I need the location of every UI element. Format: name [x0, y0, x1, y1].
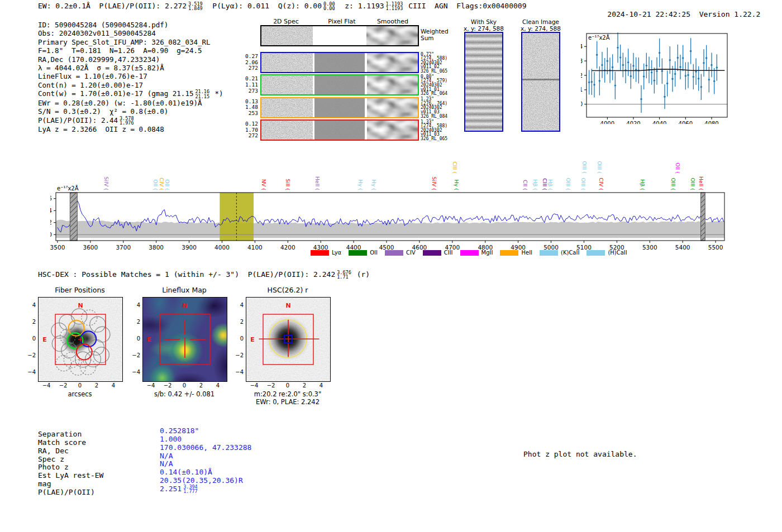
- cutout-ytick: 2: [25, 319, 36, 325]
- match-row-value-7: 2.2513.3941.777: [160, 485, 199, 494]
- cutout-image-hsc_cutout: NE: [246, 297, 331, 382]
- line-label-Hβ-21: Hβ (: [640, 179, 646, 190]
- legend-swatch-CIV: [385, 250, 403, 256]
- line-label-OII-3: OII (: [164, 179, 170, 190]
- cutout-title-lineflux_map: Lineflux Map: [137, 286, 232, 294]
- spectrum-legend: LyαOIICIVCIIIMgIIHeII(K)CaII(H)CaII: [311, 250, 627, 256]
- spec2d-strip-blob: [366, 26, 418, 45]
- summary-line-2: Primary Spec_Slot_IFU_AMP: 326_082_034_R…: [38, 38, 223, 46]
- line-label-SiIV-9: SiIV (: [431, 176, 437, 190]
- spec2d-row-0-right-label: 0.72"(274, 588)20240302v011_02326_RL_065: [421, 52, 447, 74]
- cutout-xlabel2-hsc_cutout: EWr: 0, PLAE: 2.242: [232, 398, 344, 406]
- cutout-ytick: −2: [129, 352, 140, 358]
- spec2d-row-2: [260, 97, 419, 118]
- spec2d-row-3: [260, 119, 419, 141]
- svg-text:2: 2: [581, 73, 583, 79]
- spec2d-strip-flat: [314, 98, 365, 117]
- cutout-xtick: −4: [249, 382, 260, 389]
- line-label-CIV-2: CIV (: [159, 178, 165, 190]
- line-label-Hβ-15: Hβ (: [547, 179, 554, 190]
- cutout-xtick: 4: [316, 382, 327, 389]
- svg-text:3600: 3600: [83, 244, 98, 251]
- cutout-xtick: 2: [91, 382, 102, 389]
- north-label: N: [78, 302, 83, 309]
- svg-text:4060: 4060: [679, 121, 693, 124]
- line-label-Hγ-7: Hγ (: [357, 180, 364, 191]
- line-label-Hγ-11: Hγ (: [454, 180, 460, 191]
- match-row-label-4: Photo z: [38, 463, 69, 471]
- line-label-OIII-19: OIII (: [597, 161, 603, 174]
- spec2d-col-title-2: Smoothed: [368, 18, 418, 25]
- summary-line-4: RA,Dec (170.029999,47.233234): [38, 55, 223, 64]
- svg-text:3900: 3900: [182, 244, 197, 251]
- svg-text:4: 4: [50, 207, 52, 214]
- cutout-overlay-hsc_cutout: NE: [246, 298, 330, 381]
- full-spectrum-unit-label: e⁻¹⁷x2Å: [57, 185, 79, 191]
- match-row-label-7: P(LAE)/P(OII): [38, 488, 95, 496]
- svg-text:5400: 5400: [675, 244, 690, 251]
- line-label-CIII-14: CIII (: [542, 178, 548, 190]
- spec2d-strip-noise: [261, 53, 313, 72]
- line-label-SiII-5: SiII (: [285, 179, 291, 190]
- cutout-xtick: 4: [212, 382, 223, 389]
- spec2d-strip-blob: [367, 121, 418, 140]
- sky-panel-1-title: Clean Image: [507, 18, 574, 25]
- legend-item-Lyα: Lyα: [311, 250, 341, 256]
- cutout-overlay-lineflux_map: NE: [143, 298, 227, 381]
- line-label-OIII-24: OIII (: [690, 178, 696, 190]
- cutout-xtick: 2: [299, 382, 310, 389]
- east-label: E: [250, 336, 255, 343]
- svg-text:1: 1: [581, 87, 583, 93]
- legend-label-Lyα: Lyα: [332, 250, 341, 256]
- spec2d-row-1: [260, 74, 419, 95]
- cutout-xtick: −4: [145, 382, 156, 389]
- cutout-title-hsc_cutout: HSC(26.2) r: [240, 286, 335, 294]
- spec2d-row-3-left-label: 0.121.70272: [244, 121, 258, 139]
- header-text-2: P(Lyα): 0.011 Q(z): 0.00: [204, 2, 322, 10]
- summary-line-9: EWr = 0.28(±0.20) (w: -1.80(±0.01)e19)Å: [38, 99, 223, 107]
- header-frac-5: 1.11931.1193: [386, 2, 403, 11]
- svg-text:5300: 5300: [642, 244, 657, 251]
- summary-line-12: LyA z = 2.3266 OII z = 0.0848: [38, 125, 223, 133]
- legend-label-CIV: CIV: [406, 250, 416, 256]
- full-spectrum-canvas: 3500360037003800390040004100420043004400…: [50, 142, 732, 261]
- cutout-ytick: −2: [232, 352, 244, 358]
- match-row-label-1: Match score: [38, 438, 86, 447]
- spec2d-row-2-right-label: 1.23"(276, 764)20240302v011_03326_RL_084: [421, 97, 447, 118]
- line-label-Hβ-13: Hβ (: [532, 179, 538, 190]
- cutout-xtick: −2: [58, 382, 69, 389]
- north-label: N: [285, 302, 290, 309]
- line-label-Hγ-8: Hγ (: [371, 180, 377, 191]
- line-label-OII-1: OII (: [152, 179, 159, 190]
- cutout-image-lineflux_map: NE: [142, 297, 227, 382]
- photz-note: Phot z plot not available.: [523, 450, 637, 458]
- spec2d-strip-blob: [367, 98, 418, 117]
- spec2d-strip-noise: [261, 121, 313, 140]
- cutout-image-fiber_positions: NE: [38, 297, 123, 382]
- spec2d-strip-blob: [367, 53, 418, 72]
- spec2d-strip-noise: [261, 98, 313, 117]
- spec2d-strip-flat: [314, 53, 365, 72]
- match-row-label-2: RA, Dec: [38, 447, 69, 455]
- header-text-4: z: 1.1193: [336, 2, 384, 10]
- cutout-ytick: 2: [129, 319, 140, 325]
- legend-label-OII: OII: [370, 250, 378, 256]
- cutout-ytick: 2: [232, 319, 244, 325]
- cutout-xtick: 2: [196, 382, 207, 389]
- line-label-OIII-16: OIII (: [565, 178, 571, 190]
- summary-line-6: LineFlux = 1.10(±0.76)e-17: [38, 72, 223, 80]
- svg-text:3800: 3800: [149, 244, 164, 251]
- legend-swatch-OII: [349, 250, 367, 256]
- legend-label-MgII: MgII: [481, 250, 493, 256]
- cutout-xtick: 4: [108, 382, 119, 389]
- legend-label-(H)CaII: (H)CaII: [608, 250, 627, 256]
- legend-swatch-Lyα: [311, 250, 329, 256]
- cutout-xlabel-hsc_cutout: m:20.2 re:2.0" s:0.3": [232, 390, 344, 398]
- svg-text:4040: 4040: [652, 121, 666, 124]
- spec2d-weighted-row: [260, 25, 419, 46]
- zoom-plot-canvas: 4000402040404060408001234e⁻¹⁷x2Å: [581, 29, 732, 124]
- summary-line-11: P(LAE)/P(OII): 2.443.5781.976: [38, 116, 223, 126]
- svg-text:0: 0: [581, 101, 583, 107]
- legend-item-CIII: CIII: [423, 250, 453, 256]
- legend-label-(K)CaII: (K)CaII: [561, 250, 579, 256]
